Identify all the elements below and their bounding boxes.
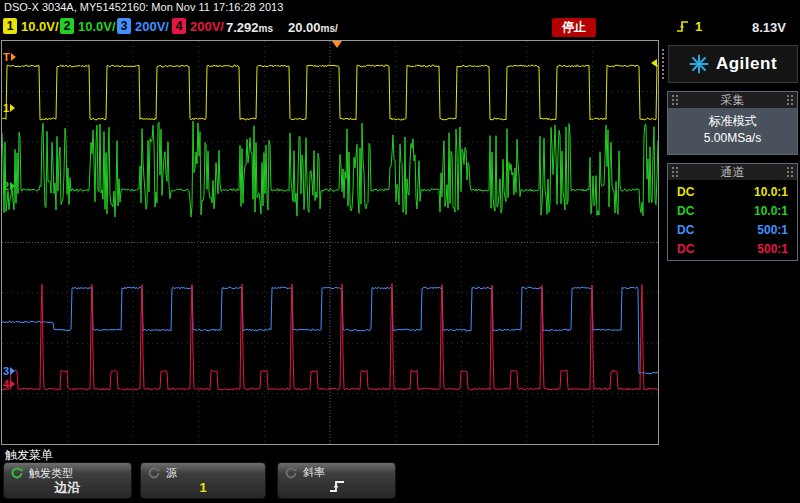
channel4-scale: 200V/ <box>190 19 224 34</box>
channel3-chip[interactable]: 3 200V/ <box>117 18 169 34</box>
status-bar: 1 10.0V/ 2 10.0V/ 3 200V/ 4 200V/ 7.292m… <box>0 15 800 40</box>
slope-rising-icon <box>329 480 345 493</box>
channel2-badge: 2 <box>60 18 74 34</box>
softkey-trigger-source[interactable]: 源 1 <box>140 462 266 499</box>
softkey-value: 边沿 <box>10 480 125 495</box>
channel2-probe: 10.0:1 <box>754 204 788 218</box>
softkey-value <box>284 480 389 496</box>
channel4-ground-marker[interactable]: 4 <box>3 378 15 390</box>
softkey-value: 1 <box>147 480 259 495</box>
timebase-value: 20.00 <box>288 20 321 35</box>
channel3-trace <box>2 287 658 374</box>
channel1-coupling: DC <box>677 185 694 199</box>
grip-handle <box>671 94 679 106</box>
cycle-icon <box>284 466 298 480</box>
channels-panel-header: 通道 <box>668 164 797 180</box>
channel2-chip[interactable]: 2 10.0V/ <box>60 18 116 34</box>
run-state-badge: 停止 <box>552 18 596 37</box>
channel4-badge: 4 <box>172 18 186 34</box>
channel4-coupling: DC <box>677 242 694 256</box>
channel1-coupling-row[interactable]: DC 10.0:1 <box>668 182 797 201</box>
grip-handle <box>786 166 794 178</box>
channel3-ground-marker[interactable]: 3 <box>3 365 15 377</box>
waveform-area[interactable]: T1234 <box>1 40 659 445</box>
channel2-trace <box>2 121 658 217</box>
grip-handle <box>786 94 794 106</box>
channel3-coupling-row[interactable]: DC 500:1 <box>668 220 797 239</box>
time-offset-readout: 7.292ms <box>226 20 273 35</box>
channels-title: 通道 <box>721 165 745 179</box>
channel1-scale: 10.0V/ <box>21 19 59 34</box>
acquisition-panel[interactable]: 采集 标准模式 5.00MSa/s <box>667 91 798 155</box>
trigger-level-readout: 8.13V <box>752 20 786 35</box>
acquisition-mode: 标准模式 <box>668 113 797 130</box>
grip-handle[interactable] <box>661 48 666 80</box>
channel4-coupling-row[interactable]: DC 500:1 <box>668 239 797 258</box>
channel1-ground-marker[interactable]: 1 <box>3 102 15 114</box>
sidebar: Agilent 采集 标准模式 5.00MSa/s 通道 DC <box>659 40 800 445</box>
channel3-probe: 500:1 <box>757 223 788 237</box>
brand-text: Agilent <box>716 54 777 74</box>
acquisition-title: 采集 <box>721 93 745 107</box>
acquisition-panel-body: 标准模式 5.00MSa/s <box>668 108 797 154</box>
channel2-scale: 10.0V/ <box>78 19 116 34</box>
grip-handle <box>671 166 679 178</box>
acquisition-panel-header: 采集 <box>668 92 797 108</box>
channels-panel-body: DC 10.0:1 DC 10.0:1 DC 500:1 DC 500:1 <box>668 180 797 260</box>
channel1-chip[interactable]: 1 10.0V/ <box>3 18 59 34</box>
trigger-readout: 1 <box>676 19 702 34</box>
channel2-coupling-row[interactable]: DC 10.0:1 <box>668 201 797 220</box>
edge-trigger-icon <box>676 20 689 33</box>
trigger-time-marker[interactable]: T <box>3 51 16 63</box>
channels-panel[interactable]: 通道 DC 10.0:1 DC 10.0:1 DC 500:1 DC <box>667 163 798 261</box>
agilent-spark-icon <box>689 54 709 74</box>
title-text: DSO-X 3034A, MY51452160: Mon Nov 11 17:1… <box>4 1 283 13</box>
time-offset-value: 7.292 <box>226 20 259 35</box>
cycle-icon <box>10 466 24 480</box>
sample-rate: 5.00MSa/s <box>668 130 797 147</box>
timebase-readout: 20.00ms/ <box>288 20 338 35</box>
trigger-source-readout: 1 <box>695 19 702 34</box>
cycle-icon <box>147 466 161 480</box>
softkey-label: 源 <box>166 467 177 480</box>
channel3-scale: 200V/ <box>135 19 169 34</box>
channel2-coupling: DC <box>677 204 694 218</box>
softkey-label: 触发类型 <box>29 467 73 480</box>
softkey-trigger-type[interactable]: 触发类型 边沿 <box>3 462 132 499</box>
trigger-position-marker[interactable] <box>332 41 342 48</box>
oscilloscope-screen: DSO-X 3034A, MY51452160: Mon Nov 11 17:1… <box>0 0 800 503</box>
softkey-trigger-slope[interactable]: 斜率 <box>277 462 396 499</box>
channel3-coupling: DC <box>677 223 694 237</box>
waveform-display <box>2 41 658 444</box>
channel4-chip[interactable]: 4 200V/ <box>172 18 224 34</box>
agilent-logo: Agilent <box>668 45 798 83</box>
trigger-level-marker[interactable] <box>651 59 657 67</box>
logo-row: Agilent <box>661 45 798 83</box>
timebase-unit: ms/ <box>321 23 338 34</box>
channel1-badge: 1 <box>3 18 17 34</box>
channel4-probe: 500:1 <box>757 242 788 256</box>
channel3-badge: 3 <box>117 18 131 34</box>
channel2-ground-marker[interactable]: 2 <box>3 180 15 192</box>
title-bar: DSO-X 3034A, MY51452160: Mon Nov 11 17:1… <box>0 0 800 15</box>
softkey-label: 斜率 <box>303 466 325 479</box>
channel1-probe: 10.0:1 <box>754 185 788 199</box>
time-offset-unit: ms <box>259 23 273 34</box>
